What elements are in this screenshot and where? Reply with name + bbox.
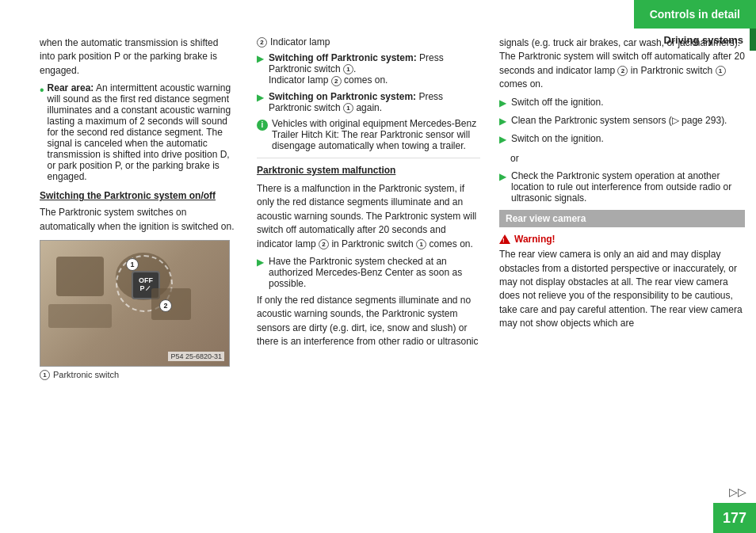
parktronic-image: OFF P⟋ 1 2 P54 25-6820-31 <box>40 240 230 367</box>
switch-num-1b: 1 <box>343 103 353 113</box>
indicator-num-2: 2 <box>331 76 342 86</box>
malfunction-intro: There is a malfunction in the Parktronic… <box>257 182 480 251</box>
image-caption: 1 Parktronic switch <box>40 370 235 380</box>
dashboard-graphic: OFF P⟋ 1 2 <box>40 241 229 366</box>
arrow-3-text: Switch on the ignition. <box>511 133 604 144</box>
switch-text: The Parktronic system switches on automa… <box>40 206 235 234</box>
cap-circle-1: 1 <box>40 370 50 380</box>
arrow-off-sym: ▶ <box>257 52 264 66</box>
arrow-checked-sym: ▶ <box>257 256 264 269</box>
rear-view-heading: Rear view camera <box>499 210 745 227</box>
sig-lamp-num: 2 <box>617 66 628 76</box>
dirt-text: If only the red distance segments illumi… <box>257 294 480 349</box>
header-title: Controls in detail <box>634 0 756 29</box>
info-icon: i <box>257 120 268 131</box>
main-content: when the automatic transmission is shift… <box>0 29 756 533</box>
image-label: P54 25-6820-31 <box>168 352 224 361</box>
switching-on-text: Switching on Parktronic system: Press Pa… <box>269 91 480 113</box>
signals-text: signals (e.g. truck air brakes, car wash… <box>499 36 745 92</box>
switching-off-text: Switching off Parktronic system: Press P… <box>269 52 480 86</box>
indicator-text: Indicator lamp <box>270 36 330 48</box>
warning-box: Warning! The rear view camera is only an… <box>499 234 745 330</box>
circle-2-indicator: 2 <box>159 299 172 312</box>
switch-on-ignition: ▶ Switch on the ignition. <box>499 133 745 147</box>
switch-num-1: 1 <box>343 64 353 74</box>
right-column: signals (e.g. truck air brakes, car wash… <box>491 29 756 533</box>
header: Controls in detail <box>0 0 756 29</box>
caption-text: Parktronic switch <box>53 370 119 379</box>
page-number: 177 <box>713 503 756 533</box>
left-column: when the automatic transmission is shift… <box>0 29 246 533</box>
info-item: i Vehicles with original equipment Merce… <box>257 118 480 151</box>
arrow-2-sym: ▶ <box>499 115 506 128</box>
check-another-location: ▶ Check the Parktronic system operation … <box>499 170 745 204</box>
info-text: Vehicles with original equipment Mercede… <box>272 118 480 151</box>
switching-on-item: ▶ Switching on Parktronic system: Press … <box>257 91 480 113</box>
malf-switch-num: 1 <box>416 239 426 249</box>
intro-text: when the automatic transmission is shift… <box>40 36 235 78</box>
bullet-dot: • <box>40 82 44 99</box>
indicator-lamp-row: 2 Indicator lamp <box>257 36 480 48</box>
arrow-4-text: Check the Parktronic system operation at… <box>511 170 745 204</box>
divider-1 <box>257 158 480 158</box>
have-checked-item: ▶ Have the Parktronic system checked at … <box>257 256 480 289</box>
indicator-num: 2 <box>257 37 267 48</box>
circle-1-indicator: 1 <box>126 258 139 271</box>
rear-area-bullet: • Rear area: An intermittent acoustic wa… <box>40 82 235 182</box>
rear-area-body: An intermittent acoustic warning will so… <box>48 82 231 182</box>
switching-off-item: ▶ Switching off Parktronic system: Press… <box>257 52 480 86</box>
arrow-1-text: Switch off the ignition. <box>511 97 604 108</box>
arrow-on-sym: ▶ <box>257 91 264 105</box>
warning-triangle-icon <box>499 234 510 244</box>
arrow-4-sym: ▶ <box>499 170 506 184</box>
malf-lamp-num: 2 <box>319 239 329 249</box>
clean-sensors: ▶ Clean the Parktronic system sensors (▷… <box>499 115 745 128</box>
or-text: or <box>510 152 745 166</box>
rear-area-label: Rear area: <box>48 82 94 93</box>
warning-label: Warning! <box>514 234 556 245</box>
warning-text: The rear view camera is only an aid and … <box>499 248 745 330</box>
warning-title: Warning! <box>499 234 745 245</box>
arrow-2-text: Clean the Parktronic system sensors (▷ p… <box>511 115 727 126</box>
have-checked-text: Have the Parktronic system checked at an… <box>269 256 480 289</box>
switch-heading: Switching the Parktronic system on/off <box>40 190 235 201</box>
middle-column: 2 Indicator lamp ▶ Switching off Parktro… <box>246 29 491 533</box>
arrow-1-sym: ▶ <box>499 97 506 110</box>
arrow-3-sym: ▶ <box>499 133 506 147</box>
sig-switch-num: 1 <box>716 66 726 76</box>
switch-off-ignition: ▶ Switch off the ignition. <box>499 97 745 110</box>
next-page-arrow[interactable]: ▷▷ <box>729 485 746 498</box>
malfunction-heading: Parktronic system malfunction <box>257 165 480 176</box>
rear-area-text: Rear area: An intermittent acoustic warn… <box>48 82 235 182</box>
